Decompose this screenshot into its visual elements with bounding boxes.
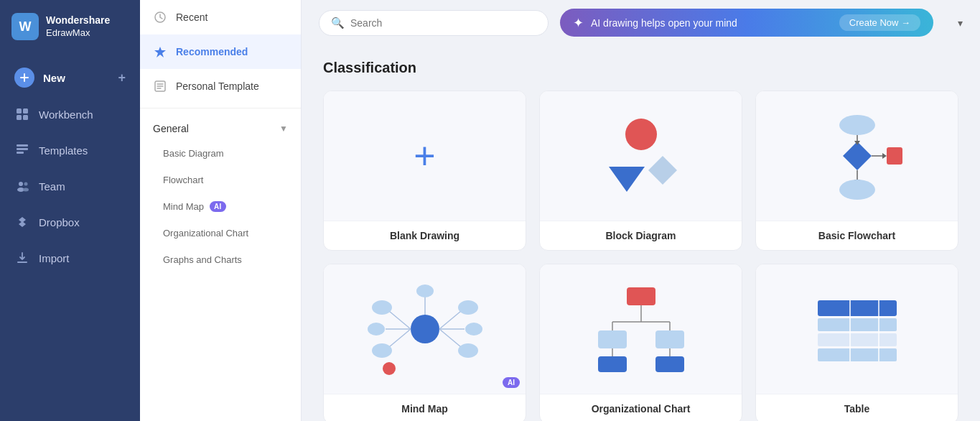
card-blank-drawing[interactable]: + Blank Drawing: [323, 91, 526, 251]
svg-rect-4: [17, 115, 22, 120]
new-plus-icon: +: [118, 70, 126, 85]
card-label-block-diagram: Block Diagram: [540, 221, 742, 250]
personal-template-icon: [153, 79, 167, 93]
card-label-org-chart: Organizational Chart: [540, 394, 742, 421]
svg-rect-15: [17, 262, 27, 263]
svg-point-44: [465, 323, 482, 336]
card-label-basic-flowchart: Basic Flowchart: [756, 221, 958, 250]
svg-marker-21: [609, 167, 645, 192]
sidebar-item-dropbox[interactable]: Dropbox: [0, 204, 140, 240]
ai-badge-mindmap: AI: [210, 201, 226, 212]
card-table[interactable]: Table: [755, 264, 958, 421]
sidebar-item-templates[interactable]: Templates: [0, 132, 140, 168]
logo-icon: W: [11, 13, 39, 40]
sub-item-flowchart[interactable]: Flowchart: [140, 167, 301, 193]
sub-item-org-chart[interactable]: Organizational Chart: [140, 220, 301, 246]
card-block-diagram[interactable]: Block Diagram: [539, 91, 742, 251]
svg-rect-62: [818, 333, 897, 346]
svg-marker-14: [19, 221, 26, 227]
ai-banner[interactable]: ✦ AI drawing helps open your mind Create…: [560, 9, 933, 37]
card-org-chart[interactable]: Organizational Chart: [539, 264, 742, 421]
middle-item-recommended[interactable]: Recommended: [140, 34, 301, 69]
card-visual-blank: +: [324, 91, 526, 221]
sidebar-item-import[interactable]: Import: [0, 240, 140, 276]
svg-line-35: [389, 329, 411, 347]
app-logo: W Wondershare EdrawMax: [0, 0, 140, 53]
sidebar-nav: New + Workbench: [0, 53, 140, 421]
workbench-icon: [14, 106, 30, 122]
recent-icon: [153, 10, 167, 24]
card-visual-mindmap: AI: [324, 264, 526, 394]
svg-rect-63: [818, 348, 897, 361]
svg-rect-55: [655, 330, 684, 348]
svg-marker-23: [843, 142, 872, 170]
top-bar: 🔍 ✦ AI drawing helps open your mind Crea…: [302, 0, 980, 45]
middle-item-recent[interactable]: Recent: [140, 0, 301, 34]
templates-icon: [14, 142, 30, 158]
svg-point-12: [23, 188, 29, 192]
sidebar: W Wondershare EdrawMax New +: [0, 0, 140, 421]
top-bar-right: ▾: [958, 17, 963, 29]
svg-rect-1: [20, 77, 29, 78]
card-label-mind-map: Mind Map: [324, 394, 526, 421]
svg-rect-58: [598, 356, 627, 372]
sidebar-item-workbench[interactable]: Workbench: [0, 96, 140, 132]
svg-point-31: [839, 180, 875, 200]
svg-point-9: [19, 182, 23, 186]
svg-rect-8: [17, 152, 24, 154]
chevron-down-icon: ▼: [279, 124, 288, 134]
svg-line-33: [389, 311, 411, 329]
new-icon: [14, 68, 34, 88]
svg-rect-5: [23, 115, 28, 120]
svg-line-38: [439, 329, 461, 347]
card-label-blank-drawing: Blank Drawing: [324, 221, 526, 250]
middle-item-personal-template[interactable]: Personal Template: [140, 69, 301, 103]
svg-point-19: [625, 119, 657, 150]
general-section-header[interactable]: General ▼: [140, 113, 301, 140]
sub-item-mind-map[interactable]: Mind Map AI: [140, 193, 301, 220]
svg-rect-48: [627, 287, 655, 305]
sub-item-basic-diagram[interactable]: Basic Diagram: [140, 140, 301, 167]
card-mind-map[interactable]: AI Mind Map: [323, 264, 526, 421]
svg-point-11: [24, 182, 28, 186]
svg-line-36: [439, 311, 461, 329]
svg-marker-20: [648, 156, 677, 185]
svg-rect-6: [17, 144, 28, 147]
create-now-button[interactable]: Create Now →: [839, 14, 920, 31]
svg-marker-27: [882, 153, 887, 159]
search-input[interactable]: [350, 17, 536, 29]
search-icon: 🔍: [331, 17, 345, 29]
svg-point-45: [458, 343, 478, 358]
svg-rect-3: [23, 108, 28, 114]
card-visual-flowchart: [756, 91, 958, 221]
middle-panel: Recent Recommended Personal Template Gen…: [140, 0, 302, 421]
svg-point-41: [368, 323, 385, 336]
dropbox-icon: [14, 214, 30, 230]
card-label-table: Table: [756, 394, 958, 421]
svg-point-32: [411, 315, 439, 343]
cards-grid: + Blank Drawing Block Diagram: [323, 91, 958, 421]
sub-item-graphs-charts[interactable]: Graphs and Charts: [140, 246, 301, 273]
ai-star-icon: ✦: [573, 15, 584, 31]
svg-point-46: [416, 284, 434, 297]
main-content: 🔍 ✦ AI drawing helps open your mind Crea…: [302, 0, 980, 421]
sidebar-item-new[interactable]: New +: [0, 59, 140, 96]
recommended-icon: [153, 45, 167, 59]
search-box[interactable]: 🔍: [319, 10, 549, 36]
svg-point-40: [372, 300, 392, 315]
svg-marker-17: [154, 47, 166, 57]
card-basic-flowchart[interactable]: Basic Flowchart: [755, 91, 958, 251]
logo-text: Wondershare EdrawMax: [46, 14, 110, 39]
team-icon: [14, 178, 30, 194]
section-title: Classification: [323, 60, 958, 76]
svg-rect-54: [598, 330, 627, 348]
card-visual-orgchart: [540, 264, 742, 394]
card-visual-block: [540, 91, 742, 221]
svg-rect-28: [887, 147, 902, 165]
svg-point-43: [458, 300, 478, 315]
svg-rect-7: [17, 148, 28, 150]
svg-rect-60: [818, 300, 897, 316]
sidebar-item-team[interactable]: Team: [0, 168, 140, 204]
dropdown-arrow-icon[interactable]: ▾: [958, 17, 963, 29]
content-area: Classification + Blank Drawing: [302, 45, 980, 421]
